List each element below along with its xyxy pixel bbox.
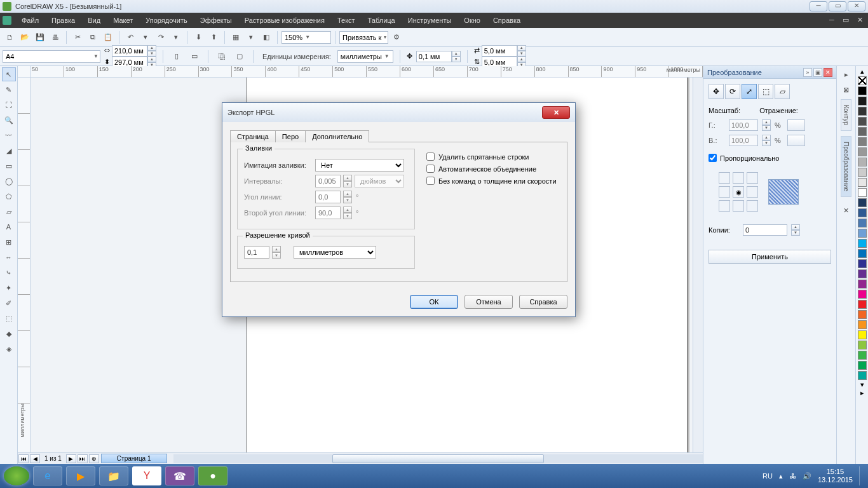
angle2-down[interactable]: ▼ — [343, 213, 352, 219]
no-width-speed-label: Без команд о толщине или скорости — [438, 177, 557, 185]
angle-input[interactable] — [315, 191, 341, 203]
dialog-tabs: Страница Перо Дополнительно — [230, 130, 567, 142]
tray-flag-icon[interactable]: ▴ — [779, 472, 783, 480]
tab-advanced[interactable]: Дополнительно — [305, 130, 369, 142]
fills-legend: Заливки — [243, 144, 275, 152]
dialog-close-button[interactable]: ✕ — [542, 106, 570, 119]
sim-fill-label: Имитация заливки: — [244, 161, 313, 169]
angle-unit: ° — [356, 193, 358, 201]
curve-group: Разрешение кривой ▲▼ миллиметров — [237, 236, 415, 269]
curve-up[interactable]: ▲ — [272, 246, 281, 252]
tab-pen[interactable]: Перо — [275, 130, 306, 142]
interval-input[interactable] — [315, 175, 341, 187]
tray-clock[interactable]: 15:15 13.12.2015 — [818, 468, 853, 484]
curve-unit-select[interactable]: миллиметров — [294, 246, 376, 259]
export-hpgl-dialog: Экспорт HPGL ✕ Страница Перо Дополнитель… — [222, 102, 576, 317]
dialog-layer: Экспорт HPGL ✕ Страница Перо Дополнитель… — [0, 0, 868, 488]
interval-down[interactable]: ▼ — [343, 181, 352, 187]
remove-hidden-checkbox[interactable] — [426, 152, 435, 161]
tab-page[interactable]: Страница — [230, 130, 276, 142]
interval-label: Интервалы: — [244, 177, 313, 185]
angle2-up[interactable]: ▲ — [343, 207, 352, 213]
dialog-titlebar[interactable]: Экспорт HPGL ✕ — [222, 103, 575, 122]
ok-button[interactable]: ОК — [410, 295, 458, 309]
show-desktop-button[interactable] — [859, 466, 864, 485]
tray-lang[interactable]: RU — [763, 472, 773, 480]
task-wmp[interactable]: ▶ — [66, 466, 95, 485]
task-yandex[interactable]: Y — [132, 466, 161, 485]
help-button[interactable]: Справка — [519, 295, 567, 309]
windows-taskbar: e ▶ 📁 Y ☎ ● RU ▴ 🖧 🔊 15:15 13.12.2015 — [0, 464, 868, 488]
no-width-speed-checkbox[interactable] — [426, 177, 435, 185]
angle-down[interactable]: ▼ — [343, 197, 352, 203]
tray-network-icon[interactable]: 🖧 — [789, 472, 796, 480]
curve-legend: Разрешение кривой — [243, 231, 313, 239]
angle2-input[interactable] — [315, 207, 341, 219]
angle-up[interactable]: ▲ — [343, 191, 352, 197]
curve-down[interactable]: ▼ — [272, 252, 281, 259]
auto-merge-label: Автоматическое объединение — [438, 165, 536, 173]
task-coreldraw[interactable]: ● — [198, 466, 227, 485]
angle-label: Угол линии: — [244, 193, 313, 201]
remove-hidden-label: Удалить спрятанные строки — [438, 153, 529, 161]
angle2-label: Второй угол линии: — [244, 209, 313, 217]
task-ie[interactable]: e — [33, 466, 62, 485]
interval-up[interactable]: ▲ — [343, 175, 352, 181]
task-viber[interactable]: ☎ — [165, 466, 194, 485]
cancel-button[interactable]: Отмена — [465, 295, 513, 309]
dialog-title: Экспорт HPGL — [227, 109, 275, 116]
tray-volume-icon[interactable]: 🔊 — [803, 472, 811, 480]
start-button[interactable] — [4, 466, 29, 485]
task-explorer[interactable]: 📁 — [99, 466, 128, 485]
tab-panel-advanced: Заливки Имитация заливки: Нет Интервалы:… — [230, 142, 567, 282]
sim-fill-select[interactable]: Нет — [315, 159, 404, 172]
angle2-unit: ° — [356, 209, 358, 217]
interval-unit-select[interactable]: дюймов — [355, 175, 404, 187]
curve-res-input[interactable] — [244, 246, 269, 259]
auto-merge-checkbox[interactable] — [426, 165, 435, 173]
fills-group: Заливки Имитация заливки: Нет Интервалы:… — [237, 149, 415, 229]
tray-date: 13.12.2015 — [818, 476, 853, 484]
tray-time: 15:15 — [818, 468, 853, 476]
